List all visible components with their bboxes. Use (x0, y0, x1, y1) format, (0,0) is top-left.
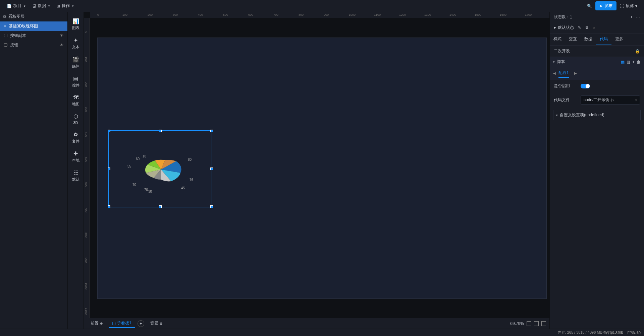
eye-icon[interactable]: 👁 (60, 43, 63, 47)
default-state-header[interactable]: ▾ 默认状态 ✎ ⧉ × (550, 22, 644, 33)
add-board-button[interactable]: + (138, 320, 144, 327)
menu-project[interactable]: 📄 项目 ▾ (3, 0, 29, 12)
tab-foreground[interactable]: 前景 ⊕ (87, 319, 106, 328)
tool-map[interactable]: 🗺地图 (68, 91, 84, 110)
more-icon[interactable]: ⋯ (636, 15, 640, 19)
resize-handle-tc[interactable] (159, 130, 162, 132)
arrow-right-icon[interactable]: ▶ (574, 71, 577, 75)
enable-toggle[interactable] (581, 84, 590, 88)
delete-icon[interactable]: 🗑 (637, 60, 641, 64)
config-tab-label[interactable]: 配置1 (558, 69, 569, 78)
menu-operations-label: 操作 (62, 3, 70, 9)
tool-text[interactable]: ✦文本 (68, 34, 84, 53)
eye-icon[interactable]: 👁 (60, 33, 63, 38)
chevron-down-icon: ▾ (24, 4, 25, 8)
fullscreen-icon[interactable] (541, 321, 546, 326)
grid-view-icon[interactable]: ▦ (621, 60, 625, 64)
close-icon[interactable]: × (593, 26, 595, 30)
publish-button[interactable]: ➤ 发布 (595, 1, 616, 10)
version: 4.19 (634, 331, 641, 335)
preview-button[interactable]: ⛶ 预览 ▾ (616, 1, 641, 10)
custom-settings-label: 自定义设置项(undefined) (560, 112, 604, 118)
plus-icon: ✚ (73, 150, 78, 157)
tool-chart[interactable]: 📊图表 (68, 15, 84, 34)
menu-operations[interactable]: ⊞ 操作 ▾ (53, 0, 77, 12)
resize-handle-ml[interactable] (108, 167, 110, 170)
canvas-wrap: 0100200300400500600700800900100011001200… (84, 12, 549, 329)
script-section-header[interactable]: ▾ 脚本 ▦ ▥ + 🗑 (550, 57, 644, 67)
layer-item-button[interactable]: 按钮 👁 (0, 40, 67, 50)
custom-settings-section[interactable]: ▾ 自定义设置项(undefined) (553, 110, 641, 120)
tab-more[interactable]: 更多 (611, 33, 627, 45)
cube-icon: ⬡ (73, 113, 78, 120)
tab-style[interactable]: 样式 (550, 33, 565, 45)
lock-icon[interactable]: 🔒 (635, 49, 640, 54)
slice-label: 45 (181, 186, 185, 190)
tab-code[interactable]: 代码 (596, 33, 611, 45)
slice-label: 80 (188, 158, 192, 161)
layers-title: 看板图层 (8, 14, 24, 19)
resize-handle-tl[interactable] (108, 130, 110, 132)
secondary-dev-header: 二次开发 🔒 (550, 46, 644, 57)
resize-handle-bl[interactable] (108, 205, 110, 208)
property-tabs: 样式 交互 数据 代码 更多 (550, 33, 644, 46)
tab-data[interactable]: 数据 (581, 33, 596, 45)
resize-handle-mr[interactable] (210, 167, 213, 170)
ruler-horizontal: 0100200300400500600700800900100011001200… (90, 12, 549, 18)
copy-icon[interactable]: ⧉ (586, 25, 588, 30)
tab-subboard[interactable]: ▢ 子看板1 (109, 319, 135, 328)
add-icon[interactable]: + (632, 60, 635, 64)
zoom-level: 69.79% (510, 321, 524, 326)
search-icon: 🔍 (587, 4, 592, 8)
arrow-left-icon[interactable]: ◀ (553, 71, 556, 75)
enable-label: 是否启用 (554, 83, 577, 89)
tool-local[interactable]: ✚本地 (68, 147, 84, 166)
menu-data[interactable]: 🗄 数据 ▾ (29, 0, 53, 12)
script-section-label: 脚本 (557, 59, 565, 65)
bottom-tabs: 前景 ⊕ ▢ 子看板1 + 背景 ⊕ 69.79% (84, 318, 549, 329)
chevron-down-icon: ▾ (635, 4, 637, 8)
code-file-label: 代码文件 (554, 97, 577, 103)
canvas-area[interactable]: 80 76 45 30 70 70 55 60 18 (90, 18, 549, 329)
default-state-label: 默认状态 (558, 25, 574, 30)
search-button[interactable]: 🔍 (584, 2, 595, 10)
slice-label: 55 (127, 164, 131, 168)
resize-handle-br[interactable] (210, 205, 213, 208)
tool-suite[interactable]: ✿套件 (68, 128, 84, 147)
tool-control[interactable]: ▤控件 (68, 72, 84, 91)
layer-label: 基础3D玫瑰环图 (9, 23, 38, 29)
code-file-row: 代码文件 code/二开示例.js ▾ (550, 92, 644, 108)
resize-handle-bc[interactable] (159, 205, 162, 208)
grid-icon[interactable] (534, 321, 539, 326)
tool-media[interactable]: 🎬媒体 (68, 53, 84, 72)
component-toolstrip: 📊图表 ✦文本 🎬媒体 ▤控件 🗺地图 ⬡3D ✿套件 ✚本地 ☷默认 (68, 12, 84, 329)
plus-circle-icon[interactable]: ⊕ (100, 322, 103, 325)
tool-3d[interactable]: ⬡3D (68, 110, 84, 128)
menu-project-label: 项目 (13, 3, 21, 9)
layers-icon: ⧉ (3, 14, 6, 19)
list-view-icon[interactable]: ▥ (627, 60, 630, 64)
slice-label: 30 (148, 190, 152, 193)
tab-background[interactable]: 背景 ⊕ (147, 319, 166, 328)
edit-icon[interactable]: ✎ (578, 25, 581, 30)
expand-icon: ⛶ (620, 4, 624, 8)
fit-icon[interactable] (527, 321, 531, 326)
layer-item-button-copy[interactable]: 按钮副本 👁 (0, 31, 67, 40)
status-bar-2: 组件数: 3 / 3 4.19 (599, 330, 644, 336)
tool-default[interactable]: ☷默认 (68, 166, 84, 185)
resize-handle-tr[interactable] (210, 130, 213, 132)
config-tab-row: ◀ 配置1 ▶ (550, 67, 644, 80)
text-icon: ✦ (73, 37, 78, 44)
add-state-icon[interactable]: + (630, 15, 633, 19)
layer-item-rose-chart[interactable]: 基础3D玫瑰环图 (0, 21, 67, 31)
plus-circle-icon[interactable]: ⊕ (160, 322, 162, 325)
rose-chart: 80 76 45 30 70 70 55 60 18 (127, 141, 195, 195)
chart-icon: 📊 (72, 18, 79, 24)
code-file-select[interactable]: code/二开示例.js ▾ (581, 95, 640, 105)
chevron-down-icon: ▾ (553, 60, 555, 64)
state-count-label: 状态数： (554, 14, 570, 20)
properties-panel: 状态数： 1 + ⋯ ▾ 默认状态 ✎ ⧉ × 样式 交互 数据 代码 更多 二… (549, 12, 644, 329)
tab-interaction[interactable]: 交互 (565, 33, 581, 45)
chevron-down-icon: ▾ (556, 114, 558, 117)
selected-component[interactable]: 80 76 45 30 70 70 55 60 18 (108, 130, 212, 207)
